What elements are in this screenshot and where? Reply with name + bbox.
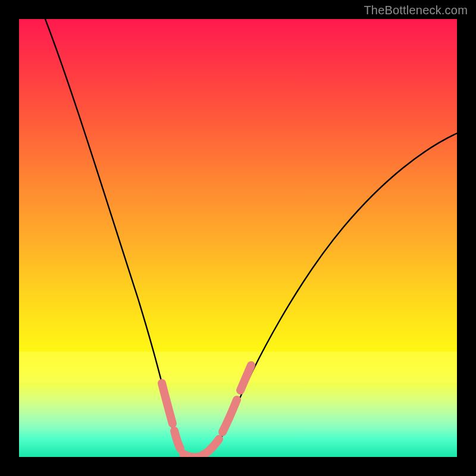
highlight-left-dash-2 (174, 431, 180, 449)
curve-layer (19, 19, 457, 457)
chart-stage: TheBottleneck.com (0, 0, 476, 476)
highlight-right-dash-1 (223, 400, 237, 432)
highlight-bottom-dash-1 (183, 454, 198, 457)
bottleneck-curve (45, 19, 457, 457)
watermark-label: TheBottleneck.com (364, 4, 468, 17)
highlight-right-dash-2 (240, 365, 251, 390)
highlight-left-dash-1 (162, 383, 173, 424)
plot-area (19, 19, 457, 457)
highlight-bottom-dash-2 (201, 439, 219, 456)
